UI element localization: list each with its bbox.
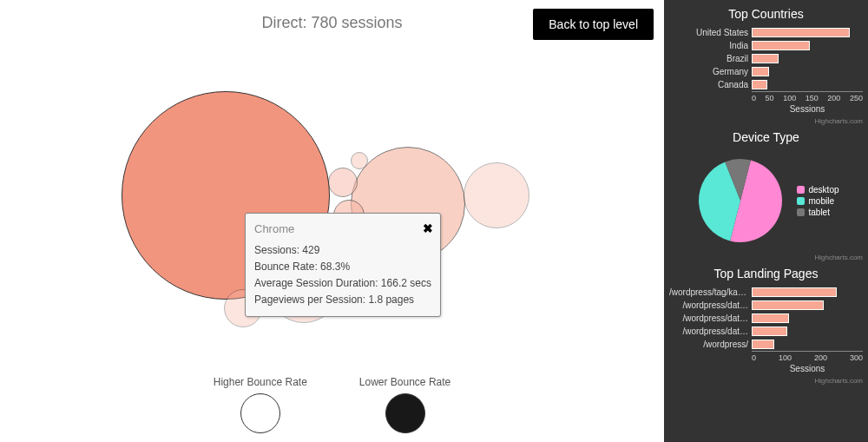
axis-tick: 200 [827, 94, 840, 102]
bar-label: United States [669, 28, 752, 37]
bar-row[interactable]: /wordpress/ [669, 338, 863, 351]
countries-bars: United StatesIndiaBrazilGermanyCanada [669, 26, 863, 91]
bar-label: India [669, 41, 752, 50]
landing-axis-label: Sessions [752, 364, 863, 373]
back-to-top-button[interactable]: Back to top level [533, 9, 654, 40]
bar-label: Germany [669, 67, 752, 76]
bar-label: /wordpress/dat… [669, 300, 752, 310]
legend-mobile-label: mobile [808, 195, 833, 207]
bar-fill [752, 287, 837, 297]
bar-row[interactable]: /wordpress/tag/kaggle/ [669, 286, 863, 299]
swatch-tablet [797, 208, 805, 216]
countries-axis: 050100150200250 [752, 91, 863, 102]
bar-row[interactable]: Canada [669, 78, 863, 91]
bar-label: /wordpress/dat… [669, 327, 752, 336]
legend-desktop-label: desktop [808, 184, 838, 195]
bar-label: /wordpress/tag/kaggle/ [669, 287, 752, 297]
legend-lower: Lower Bounce Rate [359, 376, 450, 433]
axis-tick: 200 [814, 353, 827, 362]
axis-tick: 100 [783, 94, 796, 102]
device-panel: Device Type desktop mobile tablet [664, 127, 868, 254]
bubble-tooltip: ✖ Chrome Sessions: 429 Bounce Rate: 68.3… [245, 213, 441, 317]
tooltip-sessions: Sessions: 429 [254, 242, 431, 259]
bar-fill [752, 54, 779, 63]
sidebar: Top Countries United StatesIndiaBrazilGe… [664, 0, 868, 442]
axis-tick: 50 [766, 94, 774, 102]
axis-tick: 300 [850, 353, 863, 362]
landing-bars: /wordpress/tag/kaggle//wordpress/dat…/wo… [669, 286, 863, 351]
bounce-legend: Higher Bounce Rate Lower Bounce Rate [0, 376, 664, 433]
axis-tick: 0 [752, 353, 756, 362]
axis-tick: 150 [806, 94, 819, 102]
tooltip-bounce: Bounce Rate: 68.3% [254, 259, 431, 275]
legend-higher-swatch [240, 393, 280, 433]
bar-row[interactable]: Brazil [669, 52, 863, 65]
swatch-desktop [797, 186, 805, 194]
bar-row[interactable]: United States [669, 26, 863, 39]
device-pie[interactable] [693, 153, 788, 248]
bar-row[interactable]: India [669, 39, 863, 52]
tooltip-title: Chrome [254, 221, 431, 239]
device-legend: desktop mobile tablet [797, 184, 838, 218]
bar-fill [752, 28, 850, 37]
bar-fill [752, 41, 810, 50]
bar-label: /wordpress/dat… [669, 313, 752, 323]
device-title: Device Type [669, 130, 863, 144]
bar-fill [752, 313, 789, 323]
countries-credit[interactable]: Highcharts.com [664, 117, 868, 127]
bar-row[interactable]: /wordpress/dat… [669, 299, 863, 312]
countries-title: Top Countries [669, 7, 863, 21]
landing-axis: 0100200300 [752, 351, 863, 362]
bubble-b7[interactable] [351, 152, 368, 169]
bubble-stage[interactable] [0, 43, 664, 368]
bar-row[interactable]: /wordpress/dat… [669, 325, 863, 338]
bar-label: /wordpress/ [669, 340, 752, 349]
tooltip-duration: Average Session Duration: 166.2 secs [254, 275, 431, 292]
bar-fill [752, 300, 824, 310]
bubble-b3[interactable] [464, 162, 529, 228]
legend-higher-label: Higher Bounce Rate [214, 376, 307, 388]
axis-tick: 0 [752, 94, 756, 102]
countries-panel: Top Countries United StatesIndiaBrazilGe… [664, 3, 868, 117]
legend-tablet-label: tablet [808, 207, 829, 218]
bar-fill [752, 340, 774, 349]
bar-row[interactable]: /wordpress/dat… [669, 312, 863, 325]
bar-fill [752, 327, 787, 336]
axis-tick: 100 [779, 353, 792, 362]
bubble-b4[interactable] [328, 168, 358, 197]
close-icon[interactable]: ✖ [423, 219, 433, 238]
landing-credit[interactable]: Highcharts.com [664, 377, 868, 386]
legend-lower-swatch [385, 393, 425, 433]
legend-lower-label: Lower Bounce Rate [359, 376, 450, 388]
legend-mobile[interactable]: mobile [797, 195, 838, 207]
legend-higher: Higher Bounce Rate [214, 376, 307, 433]
swatch-mobile [797, 197, 805, 205]
landing-title: Top Landing Pages [669, 267, 863, 280]
bar-label: Canada [669, 80, 752, 89]
bar-fill [752, 80, 767, 89]
bar-row[interactable]: Germany [669, 65, 863, 78]
axis-tick: 250 [850, 94, 863, 102]
device-credit[interactable]: Highcharts.com [664, 254, 868, 263]
legend-tablet[interactable]: tablet [797, 207, 838, 218]
bar-fill [752, 67, 769, 76]
bar-label: Brazil [669, 54, 752, 63]
bubble-chart-panel: Direct: 780 sessions Back to top level ✖… [0, 0, 664, 442]
countries-axis-label: Sessions [752, 104, 863, 114]
tooltip-pageviews: Pageviews per Session: 1.8 pages [254, 292, 431, 308]
landing-panel: Top Landing Pages /wordpress/tag/kaggle/… [664, 263, 868, 377]
legend-desktop[interactable]: desktop [797, 184, 838, 195]
